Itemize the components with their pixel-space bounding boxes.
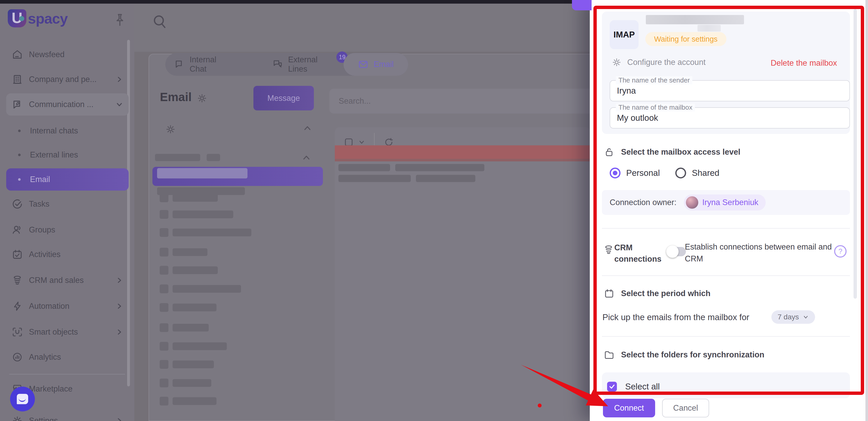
field-label: The name of the mailbox xyxy=(616,104,695,111)
pin-icon[interactable] xyxy=(113,13,127,27)
redacted-folder xyxy=(173,304,216,311)
gear-icon[interactable] xyxy=(197,93,207,104)
cancel-button[interactable]: Cancel xyxy=(662,399,709,417)
crm-connections-toggle[interactable] xyxy=(667,247,686,256)
topbar xyxy=(134,4,592,52)
redacted-folder xyxy=(173,324,209,332)
smart-objects-icon xyxy=(12,327,23,337)
window-top-strip xyxy=(0,0,592,4)
chevron-right-icon xyxy=(116,329,123,336)
redacted-icon xyxy=(160,210,168,219)
analytics-icon xyxy=(12,352,23,363)
redacted-icon xyxy=(160,228,168,237)
sidebar-item-tasks[interactable]: Tasks xyxy=(6,193,129,215)
sidebar-item-settings[interactable]: Settings xyxy=(6,410,129,421)
sidebar-item-label: Settings xyxy=(29,416,58,421)
support-chat-button[interactable] xyxy=(10,387,35,412)
logo-text: spacy xyxy=(28,10,68,27)
radio-personal[interactable] xyxy=(610,168,621,178)
sidebar-item-activities[interactable]: Activities xyxy=(6,243,129,265)
period-value: 7 days xyxy=(778,313,799,321)
sidebar-item-email[interactable]: Email xyxy=(6,168,129,191)
redacted-folder xyxy=(173,229,251,236)
sidebar-item-label: External lines xyxy=(30,150,78,160)
envelope-icon xyxy=(358,59,368,69)
redacted-folder-name xyxy=(157,168,247,178)
avatar xyxy=(686,196,698,209)
redacted-icon xyxy=(160,378,168,387)
redacted-icon xyxy=(160,342,168,350)
redacted-counter xyxy=(207,154,220,161)
sidebar-item-external-lines[interactable]: External lines xyxy=(6,144,129,166)
owner-chip[interactable]: Iryna Serbeniuk xyxy=(684,194,766,210)
chevron-right-icon xyxy=(116,76,123,83)
configure-account-button[interactable]: Configure the account xyxy=(612,57,706,67)
tab-email[interactable]: Email xyxy=(344,53,408,76)
configure-label: Configure the account xyxy=(627,58,706,67)
gear-icon[interactable] xyxy=(165,124,176,135)
question-circle-icon[interactable]: ? xyxy=(834,245,846,258)
redacted-folder xyxy=(173,248,208,256)
redacted-email-text xyxy=(338,164,390,171)
message-button[interactable]: Message xyxy=(253,86,314,110)
sidebar-item-automation[interactable]: Automation xyxy=(6,295,129,317)
search-icon[interactable] xyxy=(152,13,168,30)
sidebar-item-groups[interactable]: Groups xyxy=(6,219,129,241)
sidebar-item-label: Tasks xyxy=(29,199,49,209)
redacted-folder xyxy=(173,379,211,387)
search-input[interactable]: Search... xyxy=(330,89,598,114)
sender-name-field[interactable]: The name of the sender Iryna xyxy=(610,80,850,102)
sidebar-item-crm[interactable]: CRM and sales xyxy=(6,269,129,291)
collapse-icon[interactable] xyxy=(303,123,312,133)
select-all-row[interactable]: Select all xyxy=(607,382,660,392)
redacted-folder xyxy=(173,285,241,293)
delete-mailbox-button[interactable]: Delete the mailbox xyxy=(771,58,837,68)
uspacy-logo: U spacy xyxy=(8,9,68,27)
redacted-icon xyxy=(160,193,168,202)
redacted-icon xyxy=(160,303,168,312)
mailbox-name-field[interactable]: The name of the mailbox My outlook xyxy=(610,107,850,129)
radio-label: Shared xyxy=(692,168,719,178)
tab-internal-chat[interactable]: Internal Chat xyxy=(165,53,241,76)
sidebar-item-smart-objects[interactable]: Smart objects xyxy=(6,321,129,343)
selected-email-row[interactable] xyxy=(335,145,591,159)
period-select[interactable]: 7 days xyxy=(771,310,815,324)
redacted-folder xyxy=(173,266,218,274)
radio-shared[interactable] xyxy=(675,168,686,178)
bullet-icon xyxy=(18,130,21,132)
sidebar-item-communication[interactable]: Communication ... xyxy=(6,93,129,116)
owner-label: Connection owner: xyxy=(610,198,677,207)
redacted-icon xyxy=(160,248,168,256)
select-all-label: Select all xyxy=(625,382,660,392)
people-icon xyxy=(12,224,23,235)
sidebar-item-label: CRM and sales xyxy=(29,276,84,285)
sidebar-item-label: Groups xyxy=(29,225,55,234)
redacted-text xyxy=(698,25,721,32)
sidebar-item-label: Communication ... xyxy=(29,100,94,109)
chat-pen-icon xyxy=(12,99,23,110)
sidebar-item-label: Smart objects xyxy=(29,327,78,337)
drawer-scrollbar[interactable] xyxy=(854,9,857,299)
chat-bubble-icon xyxy=(17,394,28,404)
sidebar-item-label: Automation xyxy=(29,302,69,311)
chevron-down-icon[interactable] xyxy=(358,139,365,146)
sidebar-item-analytics[interactable]: Analytics xyxy=(6,346,129,368)
connection-owner-row: Connection owner: Iryna Serbeniuk xyxy=(602,190,850,215)
sidebar-item-label: Analytics xyxy=(29,353,61,362)
tab-label: Internal Chat xyxy=(190,55,232,74)
annotation-dot xyxy=(538,404,542,408)
tab-external-lines[interactable]: External Lines 19 xyxy=(264,53,344,76)
sidebar-divider xyxy=(9,374,125,374)
sidebar-item-internal-chats[interactable]: Internal chats xyxy=(6,120,129,142)
divider xyxy=(602,228,850,229)
sidebar-item-company[interactable]: Company and pe... xyxy=(6,68,129,90)
calendar-check-icon xyxy=(12,249,23,260)
app-screen: U spacy Newsfeed Company and pe... xyxy=(0,0,868,421)
annotation-arrow xyxy=(512,357,615,421)
redacted-icon xyxy=(160,323,168,332)
search-placeholder: Search... xyxy=(339,96,371,106)
selected-email-row-edge xyxy=(335,159,591,161)
collapse-icon[interactable] xyxy=(302,153,311,162)
tab-label: Email xyxy=(374,60,394,69)
sidebar-item-newsfeed[interactable]: Newsfeed xyxy=(6,44,129,66)
